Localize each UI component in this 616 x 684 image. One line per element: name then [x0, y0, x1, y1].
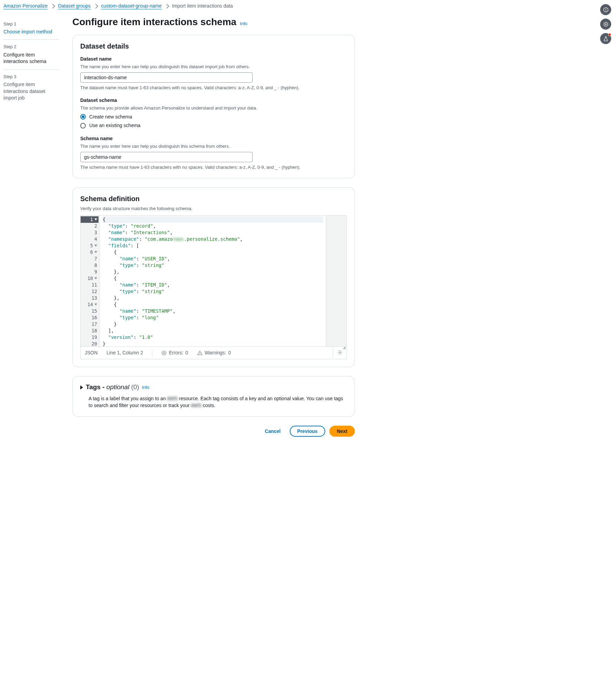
breadcrumb-group[interactable]: custom-dataset-group-name [101, 3, 162, 10]
dataset-details-panel: Dataset details Dataset name The name yo… [72, 35, 355, 178]
tags-info-link[interactable]: Info [142, 384, 150, 391]
svg-point-4 [605, 23, 606, 25]
dataset-schema-choice: Dataset schema The schema you provide al… [80, 97, 347, 129]
main-content: Configure item interactions schema Info … [72, 15, 355, 437]
notification-dot [608, 33, 611, 36]
breadcrumb-service[interactable]: Amazon Personalize [3, 3, 48, 10]
breadcrumb: Amazon Personalize Dataset groups custom… [0, 0, 616, 15]
tags-header[interactable]: Tags - optional (0) Info [80, 383, 347, 392]
schema-definition-panel: Schema definition Verify your data struc… [72, 187, 355, 367]
breadcrumb-datasets[interactable]: Dataset groups [58, 3, 91, 10]
chevron-right-icon [50, 4, 55, 9]
radio-icon [80, 123, 86, 128]
error-icon [161, 350, 167, 356]
radio-use-existing-schema[interactable]: Use an existing schema [80, 122, 347, 129]
disclosure-triangle-icon [80, 385, 83, 390]
schema-code-editor[interactable]: 1 2345 6 78910 11121314 151617181920 { "… [80, 215, 347, 360]
wizard-step-3[interactable]: Step 3 Configure item interactions datas… [3, 70, 59, 106]
status-warnings: Warnings: 0 [197, 350, 231, 356]
wizard-steps: Step 1 Choose import method Step 2 Confi… [3, 15, 59, 437]
wizard-step-1[interactable]: Step 1 Choose import method [3, 17, 59, 40]
cancel-button[interactable]: Cancel [260, 426, 286, 436]
svg-point-9 [200, 354, 200, 354]
radio-icon [80, 114, 86, 120]
wizard-actions: Cancel Previous Next [72, 426, 355, 437]
editor-minimap [326, 216, 347, 346]
radio-create-new-schema[interactable]: Create new schema [80, 114, 347, 121]
chevron-right-icon [93, 4, 98, 9]
warning-icon [197, 350, 203, 356]
editor-code-area[interactable]: { "type": "record", "name": "Interaction… [100, 216, 326, 346]
dataset-name-field: Dataset name The name you enter here can… [80, 56, 347, 91]
page-title-info-link[interactable]: Info [240, 21, 247, 27]
status-errors: Errors: 0 [161, 350, 188, 356]
editor-settings-button[interactable] [333, 347, 347, 358]
floating-action-column [600, 4, 611, 44]
editor-status-bar: JSON Line 1, Column 2 Errors: 0 Warnings… [81, 346, 347, 359]
dataset-details-heading: Dataset details [80, 41, 347, 51]
dataset-name-input[interactable] [80, 72, 253, 83]
chevron-right-icon [164, 4, 169, 9]
breadcrumb-current: Import item interactions data [172, 3, 233, 10]
schema-name-field: Schema name The name you enter here can … [80, 135, 347, 170]
help-icon-button[interactable] [600, 4, 611, 15]
experiments-icon-button[interactable] [600, 33, 611, 44]
security-icon-button[interactable] [600, 19, 611, 30]
editor-gutter: 1 2345 6 78910 11121314 151617181920 [81, 216, 100, 346]
tags-panel: Tags - optional (0) Info A tag is a labe… [72, 376, 355, 417]
status-language: JSON [85, 350, 97, 356]
svg-point-2 [606, 11, 606, 11]
wizard-step-2: Step 2 Configure item interactions schem… [3, 40, 59, 69]
schema-name-input[interactable] [80, 152, 253, 162]
tags-description: A tag is a label that you assign to an A… [89, 395, 347, 409]
svg-point-10 [339, 352, 341, 353]
page-title: Configure item interactions schema Info [72, 15, 355, 29]
next-button[interactable]: Next [329, 426, 355, 437]
gear-icon [337, 350, 343, 355]
previous-button[interactable]: Previous [290, 426, 325, 437]
status-cursor: Line 1, Column 2 [106, 350, 143, 356]
schema-definition-heading: Schema definition [80, 194, 347, 204]
svg-marker-3 [604, 22, 607, 27]
